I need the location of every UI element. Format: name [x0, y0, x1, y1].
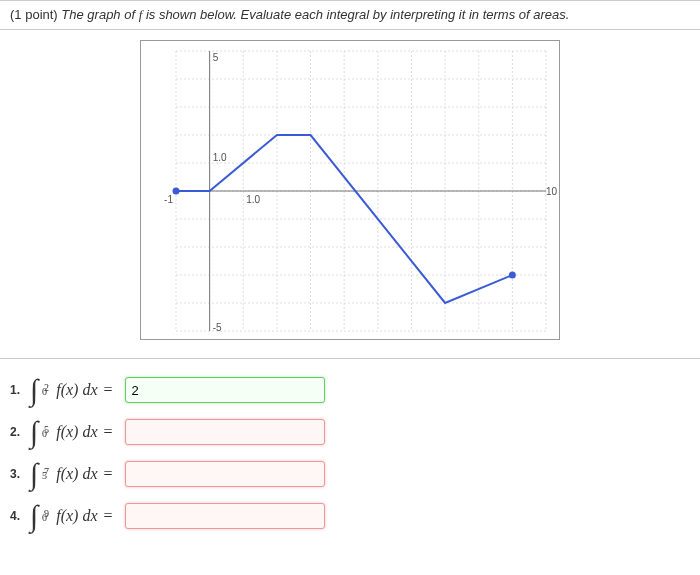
equals-sign: = — [104, 423, 113, 441]
question-header: (1 point) The graph of f is shown below.… — [0, 0, 700, 30]
integral-expression: ∫50f(x) dx= — [30, 417, 119, 447]
lower-bound: 0 — [42, 377, 47, 407]
function-graph: 51.0-5-11.010 — [140, 40, 560, 340]
question-row: 4.∫90f(x) dx= — [0, 495, 700, 537]
questions-list: 1.∫20f(x) dx=2.∫50f(x) dx=3.∫75f(x) dx=4… — [0, 369, 700, 537]
lower-bound: 5 — [42, 461, 47, 491]
integral-symbol: ∫20 — [30, 375, 38, 405]
equals-sign: = — [104, 507, 113, 525]
integrand: f(x) dx — [56, 423, 97, 441]
question-number: 4. — [10, 509, 24, 523]
svg-text:1.0: 1.0 — [213, 152, 227, 163]
question-row: 3.∫75f(x) dx= — [0, 453, 700, 495]
answer-input[interactable] — [125, 461, 325, 487]
prompt-text: The graph of f is shown below. Evaluate … — [61, 7, 569, 22]
equals-sign: = — [104, 381, 113, 399]
integrand: f(x) dx — [56, 465, 97, 483]
svg-point-32 — [509, 272, 516, 279]
svg-point-31 — [173, 188, 180, 195]
answer-input[interactable] — [125, 419, 325, 445]
graph-container: 51.0-5-11.010 — [0, 30, 700, 350]
integrand: f(x) dx — [56, 507, 97, 525]
points-label: (1 point) — [10, 7, 58, 22]
prompt-before: The graph of — [61, 7, 138, 22]
divider — [0, 358, 700, 359]
integral-symbol: ∫90 — [30, 501, 38, 531]
question-number: 3. — [10, 467, 24, 481]
integral-symbol: ∫50 — [30, 417, 38, 447]
integral-expression: ∫75f(x) dx= — [30, 459, 119, 489]
lower-bound: 0 — [42, 503, 47, 533]
svg-text:5: 5 — [213, 52, 219, 63]
svg-text:-5: -5 — [213, 322, 222, 333]
answer-input[interactable] — [125, 377, 325, 403]
question-number: 2. — [10, 425, 24, 439]
lower-bound: 0 — [42, 419, 47, 449]
integral-expression: ∫90f(x) dx= — [30, 501, 119, 531]
integral-symbol: ∫75 — [30, 459, 38, 489]
svg-text:1.0: 1.0 — [246, 194, 260, 205]
integrand: f(x) dx — [56, 381, 97, 399]
svg-text:-1: -1 — [164, 194, 173, 205]
answer-input[interactable] — [125, 503, 325, 529]
prompt-after: is shown below. Evaluate each integral b… — [142, 7, 569, 22]
integral-expression: ∫20f(x) dx= — [30, 375, 119, 405]
question-row: 1.∫20f(x) dx= — [0, 369, 700, 411]
equals-sign: = — [104, 465, 113, 483]
svg-text:10: 10 — [546, 186, 558, 197]
question-row: 2.∫50f(x) dx= — [0, 411, 700, 453]
question-number: 1. — [10, 383, 24, 397]
